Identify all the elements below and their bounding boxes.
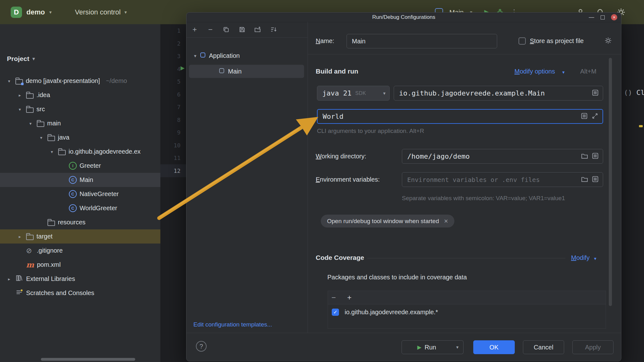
line-number: 3 [160,50,186,63]
horizontal-scrollbar[interactable] [41,358,135,361]
store-project-file-checkbox[interactable] [519,37,526,45]
coverage-pattern-row[interactable]: ✓ io.github.jagodevreede.example.* [332,309,438,316]
line-number: 7 [160,101,186,114]
sdk-badge: SDK [355,90,366,96]
tree-item-main-class[interactable]: C Main [0,173,160,187]
minimize-button[interactable]: — [587,13,596,22]
line-number: 10 [160,139,186,152]
browse-list-icon[interactable] [591,152,599,161]
configurations-toolbar: + − [186,22,308,38]
chevron-down-icon: ▾ [16,107,23,112]
coverage-description: Packages and classes to include in cover… [327,274,467,281]
coverage-heading: Code Coverage [316,254,364,261]
config-group-application[interactable]: ▾ Application [194,52,240,60]
resources-folder-icon [47,221,55,226]
tree-item-src[interactable]: ▾ src [0,102,160,116]
interface-icon: I [69,162,77,170]
chevron-down-icon: ▾ [125,9,127,15]
sdk-select[interactable]: java 21 SDK ▾ [317,86,390,101]
tree-item-java[interactable]: ▾ java [0,130,160,145]
project-tool-window: Project ▾ ▾ demo [javafx-presentation] ~… [0,24,160,362]
project-name: demo [26,8,45,16]
tree-item-greeter[interactable]: I Greeter [0,159,160,173]
chevron-down-icon: ▾ [49,9,52,15]
close-button[interactable]: × [610,13,619,22]
class-icon: C [69,204,77,212]
project-path: ~/demo [106,77,127,85]
config-item-main[interactable]: Main [189,65,304,78]
chevron-down-icon[interactable]: ▾ [594,256,597,261]
store-project-file-label: Store as project file [530,37,584,45]
run-dropdown-button[interactable]: ▾ [452,340,464,354]
ignored-file-icon: ⊘ [26,247,34,254]
build-run-heading: Build and run [316,68,358,75]
project-folder-icon [15,79,23,85]
env-vars-input[interactable]: Environment variables or .env files [402,172,603,187]
name-input[interactable]: Main [347,34,497,48]
version-control-menu[interactable]: Version control ▾ [75,8,127,16]
coverage-pattern-checkbox[interactable]: ✓ [332,309,339,316]
chevron-down-icon: ▾ [194,53,197,59]
tree-item-idea[interactable]: ▸ .idea [0,88,160,102]
expand-icon[interactable] [591,112,599,121]
folder-icon[interactable] [581,152,588,161]
coverage-patterns-panel: − + ✓ io.github.jagodevreede.example.* [328,291,606,329]
header-separator [308,54,621,54]
sort-configs-button[interactable] [269,25,278,34]
program-args-input[interactable]: World [317,109,603,124]
maximize-button[interactable] [598,13,607,22]
tree-item-worldgreeter[interactable]: C WorldGreeter [0,201,160,215]
tree-item-package[interactable]: ▾ io.github.jagodevreede.ex [0,145,160,159]
save-config-button[interactable] [238,25,247,34]
main-class-input[interactable]: io.github.jagodevreede.example.Main [394,86,603,101]
tree-item-scratches[interactable]: Scratches and Consoles [0,286,160,300]
tree-item-pomxml[interactable]: m pom.xml [0,258,160,272]
project-avatar: D [11,7,22,18]
project-panel-header[interactable]: Project ▾ [7,55,35,63]
new-folder-button[interactable] [253,25,262,34]
tree-item-resources[interactable]: resources [0,215,160,229]
browse-list-icon[interactable] [591,175,599,184]
run-gutter-icon[interactable]: ▶ [180,65,185,71]
modify-options-shortcut: Alt+M [580,68,597,75]
line-number: 6 [160,88,186,101]
ok-button[interactable]: OK [473,340,515,354]
dialog-titlebar[interactable]: Run/Debug Configurations — × [186,13,621,22]
sdk-value: java 21 [317,89,352,97]
editor-gutter: 1 2 3 4 5 6 7 8 9 10 11 12 [160,25,186,177]
coverage-modify-link[interactable]: Modify [571,254,590,261]
coverage-add-button[interactable]: + [345,293,354,302]
tree-item-nativegreeter[interactable]: C NativeGreeter [0,187,160,201]
tool-window-tag[interactable]: Open run/debug tool window when started … [321,215,454,228]
chevron-down-icon[interactable]: ▾ [562,69,565,75]
args-hint: CLI arguments to your application. Alt+R [317,128,424,134]
cancel-button[interactable]: Cancel [523,340,564,354]
coverage-remove-button[interactable]: − [329,293,338,302]
maven-icon: m [26,261,34,269]
tree-item-external-libraries[interactable]: ▸ External Libraries [0,272,160,286]
chevron-down-icon: ▾ [32,56,35,62]
chevron-down-icon: ▾ [38,135,45,140]
run-button[interactable]: ▶ Run [402,340,452,354]
apply-button[interactable]: Apply [572,340,613,354]
remove-config-button[interactable]: − [206,25,215,34]
copy-config-button[interactable] [222,25,230,34]
tree-item-target[interactable]: ▸ target [0,229,160,244]
store-gear-icon[interactable] [604,36,612,46]
help-button[interactable]: ? [196,341,207,352]
dialog-scrollbar[interactable] [609,58,612,306]
modify-options-link[interactable]: Modify options [514,68,555,75]
add-config-button[interactable]: + [190,25,199,34]
line-number: 11 [160,152,186,165]
folder-icon[interactable] [581,175,588,184]
tree-item-demo-root[interactable]: ▾ demo [javafx-presentation] ~/demo [0,74,160,88]
project-widget[interactable]: D demo ▾ [11,7,52,18]
working-directory-input[interactable]: /home/jago/demo [402,149,603,164]
browse-list-icon[interactable] [580,112,588,121]
browse-list-icon[interactable] [591,89,599,98]
folder-icon [47,136,55,141]
tag-close-icon[interactable]: × [444,217,448,225]
tree-item-gitignore[interactable]: ⊘ .gitignore [0,244,160,258]
edit-templates-link[interactable]: Edit configuration templates... [193,321,272,328]
tree-item-main-folder[interactable]: ▾ main [0,116,160,130]
